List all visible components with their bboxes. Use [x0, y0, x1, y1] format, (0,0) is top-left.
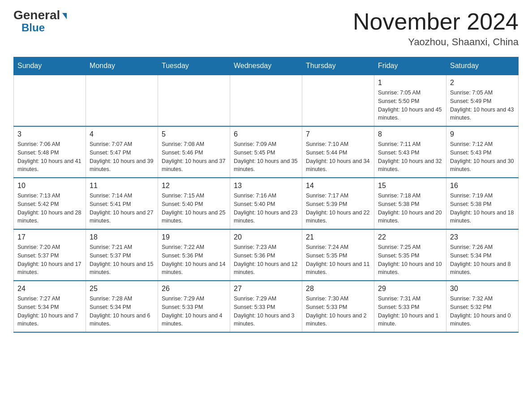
- day-number: 12: [162, 182, 226, 190]
- calendar-cell: [14, 75, 86, 126]
- col-friday: Friday: [374, 57, 446, 75]
- calendar-cell: 11Sunrise: 7:14 AMSunset: 5:41 PMDayligh…: [86, 178, 158, 229]
- day-number: 6: [234, 130, 298, 138]
- day-number: 23: [450, 233, 515, 241]
- calendar-cell: 16Sunrise: 7:19 AMSunset: 5:38 PMDayligh…: [446, 178, 519, 229]
- calendar-cell: 3Sunrise: 7:06 AMSunset: 5:48 PMDaylight…: [14, 126, 86, 178]
- calendar-cell: 1Sunrise: 7:05 AMSunset: 5:50 PMDaylight…: [374, 75, 446, 126]
- day-info: Sunrise: 7:22 AMSunset: 5:36 PMDaylight:…: [162, 243, 226, 277]
- logo-triangle-icon: [62, 13, 67, 19]
- calendar-cell: 2Sunrise: 7:05 AMSunset: 5:49 PMDaylight…: [446, 75, 519, 126]
- calendar-cell: 21Sunrise: 7:24 AMSunset: 5:35 PMDayligh…: [302, 229, 374, 281]
- calendar-cell: 25Sunrise: 7:28 AMSunset: 5:34 PMDayligh…: [86, 281, 158, 332]
- col-saturday: Saturday: [446, 57, 519, 75]
- calendar-cell: 6Sunrise: 7:09 AMSunset: 5:45 PMDaylight…: [230, 126, 302, 178]
- day-info: Sunrise: 7:05 AMSunset: 5:50 PMDaylight:…: [378, 89, 442, 122]
- day-info: Sunrise: 7:10 AMSunset: 5:44 PMDaylight:…: [306, 140, 370, 174]
- day-number: 8: [378, 130, 442, 138]
- calendar-cell: 18Sunrise: 7:21 AMSunset: 5:37 PMDayligh…: [86, 229, 158, 281]
- day-info: Sunrise: 7:20 AMSunset: 5:37 PMDaylight:…: [17, 243, 82, 277]
- day-info: Sunrise: 7:27 AMSunset: 5:34 PMDaylight:…: [17, 295, 82, 328]
- day-number: 13: [234, 182, 298, 190]
- calendar-cell: 30Sunrise: 7:32 AMSunset: 5:32 PMDayligh…: [446, 281, 519, 332]
- calendar-cell: 10Sunrise: 7:13 AMSunset: 5:42 PMDayligh…: [14, 178, 86, 229]
- day-number: 27: [234, 285, 298, 293]
- day-info: Sunrise: 7:09 AMSunset: 5:45 PMDaylight:…: [234, 140, 298, 174]
- calendar-cell: 23Sunrise: 7:26 AMSunset: 5:34 PMDayligh…: [446, 229, 519, 281]
- weekday-header-row: Sunday Monday Tuesday Wednesday Thursday…: [14, 57, 519, 75]
- col-monday: Monday: [86, 57, 158, 75]
- calendar-cell: 26Sunrise: 7:29 AMSunset: 5:33 PMDayligh…: [158, 281, 230, 332]
- day-info: Sunrise: 7:32 AMSunset: 5:32 PMDaylight:…: [450, 295, 515, 328]
- day-number: 26: [162, 285, 226, 293]
- day-info: Sunrise: 7:19 AMSunset: 5:38 PMDaylight:…: [450, 192, 515, 225]
- calendar-cell: 28Sunrise: 7:30 AMSunset: 5:33 PMDayligh…: [302, 281, 374, 332]
- week-row-1: 3Sunrise: 7:06 AMSunset: 5:48 PMDaylight…: [14, 126, 519, 178]
- col-wednesday: Wednesday: [230, 57, 302, 75]
- day-number: 17: [17, 233, 82, 241]
- calendar-cell: 14Sunrise: 7:17 AMSunset: 5:39 PMDayligh…: [302, 178, 374, 229]
- col-tuesday: Tuesday: [158, 57, 230, 75]
- day-number: 3: [17, 130, 82, 138]
- day-number: 29: [378, 285, 442, 293]
- day-info: Sunrise: 7:30 AMSunset: 5:33 PMDaylight:…: [306, 295, 370, 328]
- day-info: Sunrise: 7:14 AMSunset: 5:41 PMDaylight:…: [90, 192, 154, 225]
- calendar-cell: 4Sunrise: 7:07 AMSunset: 5:47 PMDaylight…: [86, 126, 158, 178]
- calendar-cell: 7Sunrise: 7:10 AMSunset: 5:44 PMDaylight…: [302, 126, 374, 178]
- day-info: Sunrise: 7:15 AMSunset: 5:40 PMDaylight:…: [162, 192, 226, 225]
- calendar-cell: 5Sunrise: 7:08 AMSunset: 5:46 PMDaylight…: [158, 126, 230, 178]
- calendar-cell: 24Sunrise: 7:27 AMSunset: 5:34 PMDayligh…: [14, 281, 86, 332]
- day-info: Sunrise: 7:07 AMSunset: 5:47 PMDaylight:…: [90, 140, 154, 174]
- logo-general-text: General: [13, 9, 67, 21]
- calendar-cell: 12Sunrise: 7:15 AMSunset: 5:40 PMDayligh…: [158, 178, 230, 229]
- week-row-3: 17Sunrise: 7:20 AMSunset: 5:37 PMDayligh…: [14, 229, 519, 281]
- day-number: 25: [90, 285, 154, 293]
- day-info: Sunrise: 7:28 AMSunset: 5:34 PMDaylight:…: [90, 295, 154, 328]
- day-number: 2: [450, 79, 515, 87]
- day-number: 10: [17, 182, 82, 190]
- day-number: 19: [162, 233, 226, 241]
- day-info: Sunrise: 7:29 AMSunset: 5:33 PMDaylight:…: [234, 295, 298, 328]
- day-number: 1: [378, 79, 442, 87]
- day-number: 21: [306, 233, 370, 241]
- day-number: 20: [234, 233, 298, 241]
- day-info: Sunrise: 7:13 AMSunset: 5:42 PMDaylight:…: [17, 192, 82, 225]
- day-info: Sunrise: 7:08 AMSunset: 5:46 PMDaylight:…: [162, 140, 226, 174]
- day-number: 16: [450, 182, 515, 190]
- calendar-cell: 20Sunrise: 7:23 AMSunset: 5:36 PMDayligh…: [230, 229, 302, 281]
- calendar-cell: [302, 75, 374, 126]
- day-info: Sunrise: 7:25 AMSunset: 5:35 PMDaylight:…: [378, 243, 442, 277]
- day-number: 7: [306, 130, 370, 138]
- logo-blue-text: Blue: [21, 21, 45, 34]
- day-number: 4: [90, 130, 154, 138]
- week-row-0: 1Sunrise: 7:05 AMSunset: 5:50 PMDaylight…: [14, 75, 519, 126]
- day-info: Sunrise: 7:18 AMSunset: 5:38 PMDaylight:…: [378, 192, 442, 225]
- calendar-cell: 27Sunrise: 7:29 AMSunset: 5:33 PMDayligh…: [230, 281, 302, 332]
- day-info: Sunrise: 7:17 AMSunset: 5:39 PMDaylight:…: [306, 192, 370, 225]
- day-number: 15: [378, 182, 442, 190]
- day-number: 5: [162, 130, 226, 138]
- calendar-table: Sunday Monday Tuesday Wednesday Thursday…: [13, 57, 519, 333]
- calendar-cell: [86, 75, 158, 126]
- calendar-cell: 17Sunrise: 7:20 AMSunset: 5:37 PMDayligh…: [14, 229, 86, 281]
- day-info: Sunrise: 7:29 AMSunset: 5:33 PMDaylight:…: [162, 295, 226, 328]
- day-info: Sunrise: 7:21 AMSunset: 5:37 PMDaylight:…: [90, 243, 154, 277]
- day-info: Sunrise: 7:31 AMSunset: 5:33 PMDaylight:…: [378, 295, 442, 328]
- day-number: 30: [450, 285, 515, 293]
- week-row-4: 24Sunrise: 7:27 AMSunset: 5:34 PMDayligh…: [14, 281, 519, 332]
- calendar-cell: 15Sunrise: 7:18 AMSunset: 5:38 PMDayligh…: [374, 178, 446, 229]
- calendar-cell: 29Sunrise: 7:31 AMSunset: 5:33 PMDayligh…: [374, 281, 446, 332]
- calendar-cell: 19Sunrise: 7:22 AMSunset: 5:36 PMDayligh…: [158, 229, 230, 281]
- day-info: Sunrise: 7:05 AMSunset: 5:49 PMDaylight:…: [450, 89, 515, 122]
- day-number: 14: [306, 182, 370, 190]
- calendar-cell: 13Sunrise: 7:16 AMSunset: 5:40 PMDayligh…: [230, 178, 302, 229]
- day-number: 9: [450, 130, 515, 138]
- calendar-cell: [158, 75, 230, 126]
- day-number: 28: [306, 285, 370, 293]
- month-title: November 2024: [353, 9, 519, 34]
- day-info: Sunrise: 7:12 AMSunset: 5:43 PMDaylight:…: [450, 140, 515, 174]
- day-info: Sunrise: 7:06 AMSunset: 5:48 PMDaylight:…: [17, 140, 82, 174]
- page-header: General Blue November 2024 Yaozhou, Shaa…: [13, 9, 519, 48]
- calendar-cell: [230, 75, 302, 126]
- logo: General Blue: [13, 9, 67, 34]
